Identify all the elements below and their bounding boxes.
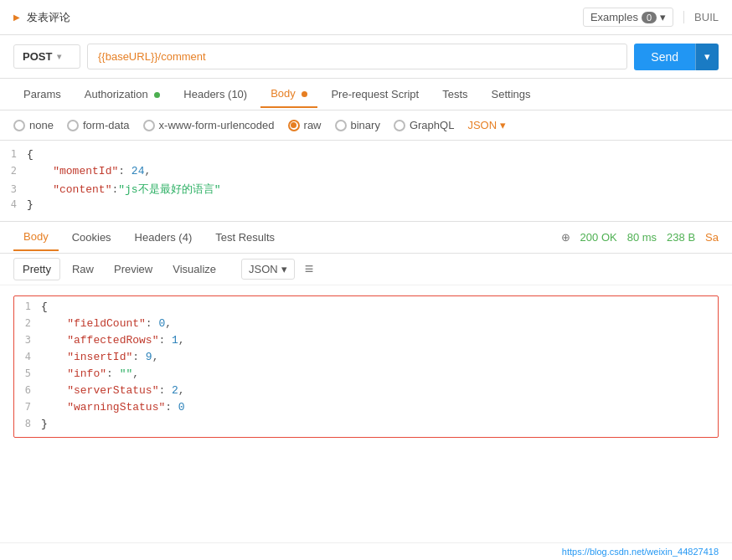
chevron-down-icon: ▾ (660, 11, 666, 23)
status-size: 238 B (667, 231, 695, 244)
tab-body[interactable]: Body (260, 80, 317, 108)
resp-line-3: 3 "affectedRows": 1, (14, 333, 718, 350)
top-bar: ▶ 发表评论 Examples 0 ▾ BUIL (0, 0, 732, 35)
top-bar-left: ▶ 发表评论 (13, 10, 70, 25)
view-tab-preview[interactable]: Preview (106, 259, 161, 280)
radio-urlencoded-circle (143, 120, 155, 131)
resp-tab-body[interactable]: Body (13, 223, 59, 251)
resp-tab-test-results[interactable]: Test Results (205, 224, 285, 250)
resp-line-5: 5 "info": "", (14, 367, 718, 383)
globe-icon: ⊕ (561, 231, 570, 244)
method-chevron-icon: ▾ (57, 52, 61, 61)
response-tabs-bar: Body Cookies Headers (4) Test Results ⊕ … (0, 222, 732, 254)
wrap-button[interactable]: ≡ (305, 260, 314, 278)
build-button[interactable]: BUIL (683, 11, 719, 23)
send-btn-group: Send ▾ (634, 44, 719, 70)
examples-button[interactable]: Examples 0 ▾ (583, 8, 673, 27)
response-section: Body Cookies Headers (4) Test Results ⊕ … (0, 222, 732, 560)
req-line-1: 1 { (0, 147, 732, 164)
examples-count: 0 (642, 12, 657, 23)
format-chevron-icon: ▾ (281, 263, 287, 275)
expand-icon[interactable]: ▶ (13, 13, 20, 22)
resp-tab-cookies[interactable]: Cookies (62, 224, 121, 250)
footer-link: https://blog.csdn.net/weixin_44827418 (0, 542, 732, 560)
radio-raw-circle (288, 120, 300, 131)
tab-authorization[interactable]: Authorization (75, 81, 171, 107)
save-response-button[interactable]: Sa (705, 231, 719, 244)
view-tab-raw[interactable]: Raw (64, 259, 102, 280)
resp-line-4: 4 "insertId": 9, (14, 350, 718, 367)
url-input[interactable] (87, 44, 627, 69)
pretty-toolbar: Pretty Raw Preview Visualize JSON ▾ ≡ (0, 254, 732, 285)
resp-line-6: 6 "serverStatus": 2, (14, 383, 718, 400)
request-title: 发表评论 (27, 10, 70, 25)
response-status: ⊕ 200 OK 80 ms 238 B Sa (561, 231, 719, 244)
radio-binary[interactable]: binary (335, 119, 380, 131)
radio-none-circle (13, 120, 25, 131)
req-line-3: 3 "content":"js不是最好的语言" (0, 181, 732, 198)
json-format-select[interactable]: JSON ▾ (467, 119, 506, 131)
body-dot (302, 91, 307, 97)
method-select[interactable]: POST ▾ (13, 44, 80, 69)
examples-label: Examples (590, 11, 638, 23)
request-code-editor[interactable]: 1 { 2 "momentId": 24, 3 "content":"js不是最… (0, 141, 732, 222)
req-line-4: 4 } (0, 198, 732, 214)
tab-pre-request[interactable]: Pre-request Script (321, 81, 429, 107)
send-button[interactable]: Send (634, 44, 695, 70)
tab-params[interactable]: Params (13, 81, 71, 107)
view-tab-visualize[interactable]: Visualize (164, 259, 224, 280)
response-body: 1 { 2 "fieldCount": 0, 3 "affectedRows":… (0, 285, 732, 542)
resp-line-7: 7 "warningStatus": 0 (14, 400, 718, 417)
tab-headers[interactable]: Headers (10) (173, 81, 257, 107)
radio-form-data-circle (67, 120, 79, 131)
radio-raw[interactable]: raw (288, 119, 322, 131)
radio-form-data[interactable]: form-data (67, 119, 130, 131)
json-chevron-icon: ▾ (500, 119, 506, 131)
tab-settings[interactable]: Settings (482, 81, 541, 107)
view-tab-pretty[interactable]: Pretty (13, 258, 60, 280)
resp-line-1: 1 { (14, 300, 718, 316)
authorization-dot (154, 92, 160, 98)
top-bar-right: Examples 0 ▾ BUIL (583, 8, 719, 27)
status-code: 200 OK (580, 231, 617, 244)
app-container: ▶ 发表评论 Examples 0 ▾ BUIL POST ▾ Send ▾ P… (0, 0, 732, 560)
request-tabs: Params Authorization Headers (10) Body P… (0, 79, 732, 110)
radio-urlencoded[interactable]: x-www-form-urlencoded (143, 119, 275, 131)
response-format-select[interactable]: JSON ▾ (241, 259, 295, 280)
send-dropdown-button[interactable]: ▾ (695, 44, 719, 70)
method-label: POST (23, 50, 52, 63)
resp-line-8: 8 } (14, 417, 718, 434)
url-bar: POST ▾ Send ▾ (0, 35, 732, 79)
radio-graphql-circle (394, 120, 405, 131)
radio-binary-circle (335, 120, 347, 131)
radio-graphql[interactable]: GraphQL (394, 119, 454, 131)
response-code-block: 1 { 2 "fieldCount": 0, 3 "affectedRows":… (13, 295, 719, 438)
resp-tab-headers[interactable]: Headers (4) (125, 224, 203, 250)
body-type-bar: none form-data x-www-form-urlencoded raw… (0, 110, 732, 141)
radio-none[interactable]: none (13, 119, 54, 131)
req-line-2: 2 "momentId": 24, (0, 164, 732, 181)
status-time: 80 ms (627, 231, 657, 244)
resp-line-2: 2 "fieldCount": 0, (14, 316, 718, 333)
tab-tests[interactable]: Tests (432, 81, 477, 107)
